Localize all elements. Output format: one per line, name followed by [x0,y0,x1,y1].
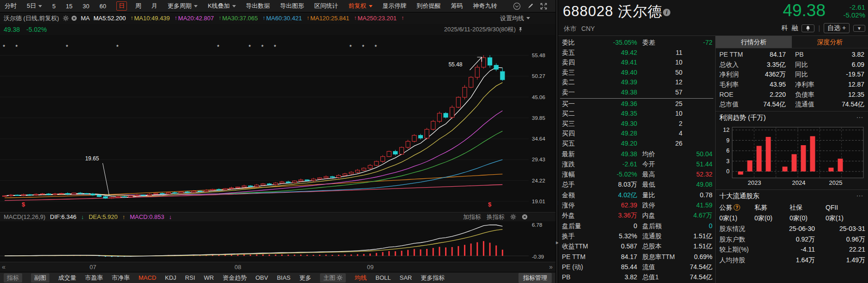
add-indicator-button[interactable]: 加指标 [463,213,481,221]
symbol-label: 沃尔德 (日线,前复权) [4,14,59,23]
weibi-value: -35.05% [613,38,637,48]
indicator-tab-资金趋势[interactable]: 资金趋势 [223,274,247,282]
ask-row[interactable]: 卖二49.3912 [558,77,715,88]
analysis-value: 84.17 [770,50,786,60]
toolbar-item-15[interactable]: 15 [66,3,72,10]
indicator-tab-指标[interactable]: 指标 [4,273,22,283]
toolbar-item-分时[interactable]: 分时 [5,2,17,10]
holders-value: 0.96万 [846,234,865,245]
profit-more-button[interactable]: ... [856,110,863,122]
toolbar-item-导出数据[interactable]: 导出数据 [246,2,270,10]
draw-tool-icon[interactable] [527,3,534,9]
toolbar-item-30[interactable]: 30 [83,3,89,10]
toolbar-item-更多周期[interactable]: 更多周期 [168,2,198,10]
stat-value: -5.02% [617,169,637,179]
indicator-tab-均线[interactable]: 均线 [355,274,367,282]
stat-value: 3.82 [625,272,637,282]
tag-融: 融 [791,24,798,32]
close-circle-icon[interactable] [71,15,77,21]
svg-text:29.43: 29.43 [532,157,545,162]
toolbar-item-筹码[interactable]: 筹码 [451,2,463,10]
bid-row[interactable]: 买三49.302 [558,119,715,129]
stat-value: 49.08 [696,179,712,189]
tab-行情分析[interactable]: 行情分析 [716,36,792,48]
toolbar-item-月[interactable]: 月 [151,2,157,10]
indicator-tab-BIAS[interactable]: BIAS [277,274,291,281]
indicator-tab-OBV[interactable]: OBV [255,274,268,281]
stat-value: -2.61 [622,159,637,169]
indicator-tab-市盈率[interactable]: 市盈率 [85,274,103,282]
indicator-tab-主图[interactable]: 主图 [320,273,346,283]
indicator-tab-成交量[interactable]: 成交量 [58,274,76,282]
pin-icon[interactable] [518,27,523,33]
stat-value: 0.587 [621,241,637,251]
macd-dea: DEA:5.920 [89,213,118,220]
bid-row[interactable]: 买二49.3510 [558,109,715,119]
toolbar-item-5日[interactable]: 5日 [27,2,42,10]
bid-row[interactable]: 买一49.3625 [558,99,715,109]
indicator-tab-KDJ[interactable]: KDJ [165,274,176,281]
ask-row[interactable]: 卖四49.4110 [558,58,715,68]
indicator-tab-BOLL[interactable]: BOLL [375,274,391,281]
indicator-tab-副图[interactable]: 副图 [31,273,49,283]
stat-row: 金额4.02亿量比0.78 [558,190,715,200]
add-watchlist-button[interactable]: 自选 + [824,23,850,33]
ma-settings-button[interactable]: 设置均线 [500,14,530,23]
price-change-pct: -5.02% [843,11,865,19]
ma-value: MA10:49.439 [134,15,170,22]
ask-row[interactable]: 卖三49.4050 [558,68,715,78]
collapse-toolbar-icon[interactable] [513,2,521,10]
analysis-value: 3.35亿 [767,60,786,70]
bid-price: 49.30 [621,119,637,129]
indicator-tab-MACD[interactable]: MACD [139,274,156,281]
toolbar-item-前复权[interactable]: 前复权 [349,2,373,10]
macd-chart[interactable]: 6.78-0.39 [0,221,555,262]
gear-icon[interactable] [510,214,516,220]
indicator-tab-更多[interactable]: 更多 [299,274,311,282]
toolbar-item-K线叠加[interactable]: K线叠加 [208,2,236,10]
indicator-tab-更多指标[interactable]: 更多指标 [421,274,445,282]
stat-row: 涨停62.39跌停41.59 [558,200,715,210]
bid-volume: 2 [679,119,682,129]
toolbar-item-到价提醒[interactable]: 到价提醒 [417,2,441,10]
stock-tags: 科融 [781,24,798,32]
toolbar-item-周[interactable]: 周 [135,2,141,10]
analysis-label: PB [795,50,804,60]
toolbar-item-区间统计[interactable]: 区间统计 [314,2,338,10]
stat-label: 盘后量 [562,221,581,231]
toolbar-item-60[interactable]: 60 [99,3,106,10]
chevron-down-icon [38,5,42,7]
toolbar-item-导出图形[interactable]: 导出图形 [280,2,304,10]
bid-row[interactable]: 买四49.284 [558,129,715,139]
macd-arrow: ↓ [169,213,172,220]
scroll-right-button[interactable]: » [549,263,553,271]
indicator-manage-button[interactable]: 指标管理 [518,273,552,283]
bid-row[interactable]: 买五49.2026 [558,139,715,149]
holders-more-button[interactable]: ... [856,188,863,200]
switch-indicator-button[interactable]: 换指标 [487,213,505,221]
fullscreen-icon[interactable] [540,3,547,10]
holders-label: 较上期(%) [719,244,749,255]
ask-volume: 10 [675,58,682,68]
ask-volume: 11 [675,48,682,58]
scroll-left-button[interactable]: « [2,263,6,271]
close-circle-icon[interactable] [522,214,528,220]
ask-row[interactable]: 卖五49.4211 [558,48,715,58]
indicator-tab-SAR[interactable]: SAR [400,274,412,281]
gear-icon[interactable] [63,15,69,21]
watchlist-dropdown-button[interactable]: ▼ [853,25,865,32]
toolbar-item-显示停牌[interactable]: 显示停牌 [383,2,407,10]
indicator-tab-市净率[interactable]: 市净率 [112,274,130,282]
toolbar-item-5[interactable]: 5 [52,3,55,10]
indicator-tab-RSI[interactable]: RSI [185,274,195,281]
toolbar-item-神奇九转[interactable]: 神奇九转 [473,2,497,10]
help-icon[interactable]: ? [734,204,740,211]
candlestick-chart[interactable]: 55.4850.2745.0639.8534.6429.4324.2219.01… [0,35,555,212]
ask-row[interactable]: 卖一49.3857 [558,88,715,98]
indicator-tab-WR[interactable]: WR [204,274,214,281]
tab-深度分析[interactable]: 深度分析 [792,36,868,48]
toolbar-item-日[interactable]: 日 [116,1,127,11]
alert-bell-button[interactable] [802,24,814,32]
info-icon[interactable]: i [663,9,670,16]
ask-price: 49.39 [621,77,637,88]
